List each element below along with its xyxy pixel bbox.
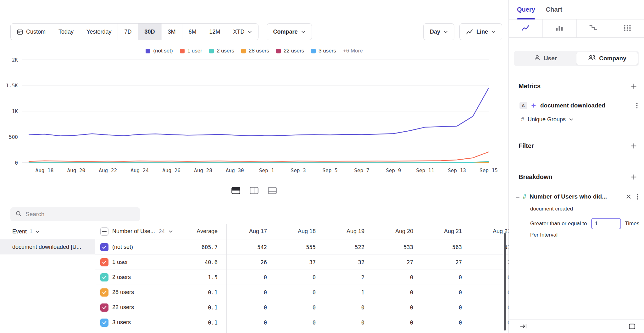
measure-selector[interactable]: # Unique Groups — [521, 113, 573, 126]
chart-style-button[interactable]: Line — [459, 23, 502, 40]
table-body: (not set)605.7542555522533563531 user40.… — [95, 240, 508, 333]
granularity-button[interactable]: Day — [423, 23, 454, 40]
date-column-header[interactable]: Aug 22 — [470, 228, 508, 235]
row-average: 0.1 — [175, 289, 226, 296]
line-chart-icon — [466, 29, 473, 35]
table-cell: 0 — [470, 304, 508, 311]
range-yesterday[interactable]: Yesterday — [80, 24, 118, 40]
svg-text:Aug 26: Aug 26 — [162, 167, 180, 173]
granularity-label: Day — [430, 29, 440, 35]
row-checkbox[interactable] — [100, 273, 108, 281]
tab-query[interactable]: Query — [517, 0, 535, 19]
row-average: 605.7 — [175, 244, 226, 250]
company-users-icon — [588, 54, 596, 63]
remove-breakdown-button[interactable] — [625, 193, 632, 200]
add-filter-button[interactable] — [629, 141, 638, 150]
metrics-section-header: Metrics — [519, 79, 638, 93]
chevron-down-icon — [248, 30, 252, 33]
svg-text:2K: 2K — [12, 57, 18, 63]
date-column-header[interactable]: Aug 21 — [421, 228, 470, 235]
compare-button[interactable]: Compare — [267, 23, 312, 40]
collapse-panel-icon[interactable] — [520, 324, 527, 329]
chevron-down-icon — [36, 230, 40, 233]
search-icon — [15, 210, 22, 218]
table-cell: 37 — [275, 259, 324, 265]
table-cell: 0 — [470, 319, 508, 326]
layout-bottom-panel-button[interactable] — [265, 184, 280, 198]
tab-chart[interactable]: Chart — [546, 0, 562, 19]
range-custom[interactable]: Custom — [11, 24, 52, 40]
chart-type-tab-funnel[interactable] — [577, 19, 611, 37]
chart-type-tab-bar[interactable] — [543, 19, 577, 37]
add-breakdown-button[interactable] — [629, 172, 638, 182]
table-cell: 0 — [226, 274, 275, 281]
range-xtd[interactable]: XTD — [227, 24, 258, 40]
range-6m[interactable]: 6M — [182, 24, 203, 40]
table-cell: 555 — [275, 244, 324, 250]
metric-letter-badge: A — [519, 102, 527, 109]
breakdown-section-header: Breakdown — [519, 170, 638, 184]
drag-handle-icon[interactable] — [516, 195, 519, 198]
table-cell: 542 — [226, 244, 275, 250]
condition-value-input[interactable] — [591, 218, 621, 229]
breakdown-property-name[interactable]: Number of Users who did... — [530, 193, 607, 200]
row-checkbox[interactable] — [100, 243, 108, 251]
table-cell: 533 — [373, 244, 421, 250]
date-column-header[interactable]: Aug 18 — [275, 228, 324, 235]
table-row: 28 users0.1001000 — [95, 285, 508, 300]
chart-type-tab-line[interactable] — [509, 19, 543, 37]
search-input[interactable] — [25, 211, 135, 218]
group-column-header[interactable]: Number of Use... — [112, 228, 155, 235]
row-checkbox[interactable] — [100, 288, 108, 297]
search-box[interactable] — [10, 207, 140, 221]
table-cell: 0 — [421, 304, 470, 311]
table-cell: 0 — [324, 304, 373, 311]
row-label: 28 users — [112, 289, 134, 296]
more-charts-grid-icon — [623, 25, 631, 32]
events-header[interactable]: Event 1 — [0, 224, 95, 239]
range-7d[interactable]: 7D — [118, 24, 138, 40]
bottom-panel-icon — [268, 187, 277, 195]
range-30d[interactable]: 30D — [138, 24, 161, 40]
table-scrollbar[interactable] — [504, 233, 506, 330]
add-metric-button[interactable] — [629, 81, 638, 91]
table-row: 22 users0.1000000 — [95, 300, 508, 315]
table-header: Number of Use... 24 Average Aug 17Aug 18… — [95, 224, 508, 239]
event-list-item[interactable]: document downloaded [U... — [0, 239, 95, 254]
metric-event-name[interactable]: document downloaded — [540, 102, 605, 109]
toggle-sidebar-icon[interactable] — [629, 324, 635, 329]
chevron-down-icon — [444, 30, 448, 33]
query-panel-footer — [509, 319, 644, 333]
metric-options-button[interactable] — [635, 101, 639, 110]
layout-split-horizontal-button[interactable] — [229, 184, 243, 198]
range-12m[interactable]: 12M — [203, 24, 227, 40]
date-column-header[interactable]: Aug 20 — [373, 228, 421, 235]
table-cell: 0 — [470, 274, 508, 281]
table-cell: 2 — [324, 274, 373, 281]
range-3m[interactable]: 3M — [161, 24, 182, 40]
svg-text:Sep 7: Sep 7 — [354, 167, 369, 173]
events-list: document downloaded [U... — [0, 239, 95, 254]
table-cell: 0 — [421, 274, 470, 281]
row-checkbox[interactable] — [100, 303, 108, 312]
table-cell: 27 — [421, 259, 470, 265]
measure-label: Unique Groups — [528, 116, 566, 123]
range-today[interactable]: Today — [52, 24, 80, 40]
audience-option-user[interactable]: User — [515, 52, 576, 65]
audience-option-company[interactable]: Company — [576, 52, 638, 65]
date-column-header[interactable]: Aug 19 — [324, 228, 373, 235]
breakdown-heading: Breakdown — [519, 173, 552, 181]
average-column-header[interactable]: Average — [175, 228, 226, 235]
breakdown-options-button[interactable] — [636, 193, 640, 201]
row-checkbox[interactable] — [100, 258, 108, 266]
chart-type-tab-more[interactable] — [610, 19, 644, 37]
date-column-header[interactable]: Aug 17 — [226, 228, 275, 235]
row-label: 3 users — [112, 319, 131, 326]
table-cell: 0 — [226, 304, 275, 311]
svg-text:Aug 18: Aug 18 — [36, 167, 54, 173]
layout-split-vertical-button[interactable] — [247, 184, 261, 198]
select-all-checkbox[interactable] — [100, 227, 108, 236]
table-cell: 32 — [324, 259, 373, 265]
row-checkbox[interactable] — [100, 319, 108, 327]
metrics-heading: Metrics — [519, 83, 541, 90]
